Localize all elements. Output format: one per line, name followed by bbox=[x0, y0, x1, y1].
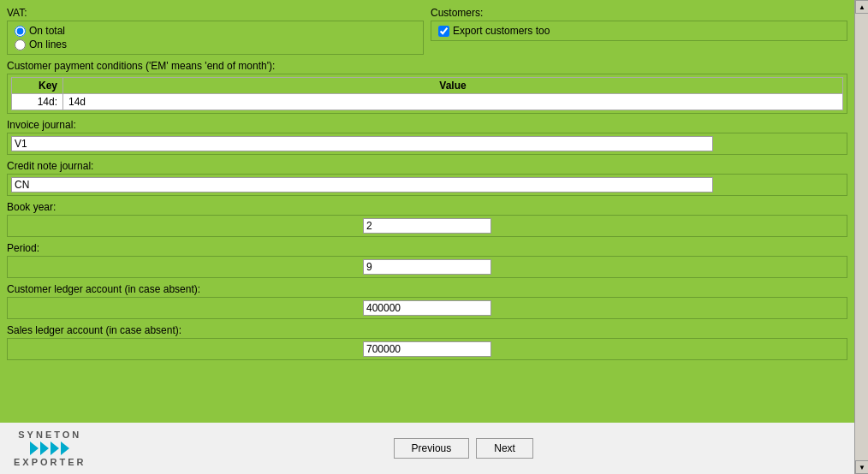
footer: SYNETON EXPORTER Previous Next bbox=[0, 423, 854, 474]
vat-label: VAT: bbox=[7, 7, 424, 19]
payment-value-cell: 14d bbox=[63, 94, 843, 110]
book-year-centered bbox=[11, 218, 843, 234]
period-section: Period: bbox=[7, 242, 847, 278]
payment-key-header: Key bbox=[12, 78, 63, 94]
customer-ledger-centered bbox=[11, 300, 843, 316]
invoice-journal-label: Invoice journal: bbox=[7, 119, 847, 131]
book-year-row bbox=[7, 215, 847, 237]
top-section: VAT: On total On lines bbox=[7, 7, 847, 55]
vat-on-lines-radio[interactable] bbox=[15, 39, 26, 50]
period-input[interactable] bbox=[363, 259, 491, 275]
logo-area: SYNETON EXPORTER bbox=[14, 430, 86, 467]
credit-note-input[interactable] bbox=[11, 177, 713, 193]
export-customers-item[interactable]: Export customers too bbox=[438, 25, 550, 37]
logo-bottom-text: EXPORTER bbox=[14, 457, 86, 467]
payment-key-cell: 14d: bbox=[12, 94, 63, 110]
main-container: VAT: On total On lines bbox=[0, 0, 868, 474]
vat-panel: On total On lines bbox=[7, 21, 424, 55]
customer-ledger-row bbox=[7, 297, 847, 319]
customer-ledger-input[interactable] bbox=[363, 300, 491, 316]
vat-radio-group: On total On lines bbox=[15, 25, 416, 50]
logo-top-text: SYNETON bbox=[18, 430, 81, 440]
payment-value-header: Value bbox=[63, 78, 843, 94]
vat-box: VAT: On total On lines bbox=[7, 7, 424, 55]
customer-ledger-label: Customer ledger account (in case absent)… bbox=[7, 283, 847, 295]
vat-on-total-item[interactable]: On total bbox=[15, 25, 416, 37]
export-customers-checkbox[interactable] bbox=[438, 26, 449, 37]
sales-ledger-row bbox=[7, 338, 847, 360]
payment-table: Key Value 14d: 14d bbox=[11, 77, 843, 110]
scrollbar-down-button[interactable]: ▼ bbox=[855, 460, 868, 474]
scrollbar-up-button[interactable]: ▲ bbox=[855, 0, 868, 14]
book-year-label: Book year: bbox=[7, 201, 847, 213]
credit-note-row bbox=[7, 174, 847, 196]
period-label: Period: bbox=[7, 242, 847, 254]
next-button[interactable]: Next bbox=[476, 438, 533, 459]
sales-ledger-input[interactable] bbox=[363, 341, 491, 357]
vat-on-total-radio[interactable] bbox=[15, 26, 26, 37]
invoice-journal-input[interactable] bbox=[11, 136, 713, 151]
vat-on-total-label: On total bbox=[29, 25, 65, 37]
previous-button[interactable]: Previous bbox=[394, 438, 470, 459]
sales-ledger-centered bbox=[11, 341, 843, 357]
book-year-input[interactable] bbox=[363, 218, 491, 234]
content-area: VAT: On total On lines bbox=[0, 0, 854, 474]
credit-note-section: Credit note journal: bbox=[7, 160, 847, 196]
invoice-journal-row bbox=[7, 133, 847, 155]
customers-label: Customers: bbox=[431, 7, 847, 19]
payment-conditions-row: Key Value 14d: 14d bbox=[7, 74, 847, 114]
arrow-3 bbox=[51, 441, 59, 455]
export-customers-label: Export customers too bbox=[453, 25, 550, 37]
credit-note-label: Credit note journal: bbox=[7, 160, 847, 172]
customers-panel: Export customers too bbox=[431, 21, 847, 41]
logo-arrows bbox=[30, 441, 69, 455]
vat-on-lines-item[interactable]: On lines bbox=[15, 39, 416, 50]
period-row bbox=[7, 256, 847, 278]
payment-conditions-label: Customer payment conditions ('EM' means … bbox=[7, 60, 847, 72]
arrow-4 bbox=[61, 441, 69, 455]
period-centered bbox=[11, 259, 843, 275]
customer-ledger-section: Customer ledger account (in case absent)… bbox=[7, 283, 847, 319]
sales-ledger-section: Sales ledger account (in case absent): bbox=[7, 324, 847, 360]
arrow-1 bbox=[30, 441, 39, 455]
vat-on-lines-label: On lines bbox=[29, 39, 67, 50]
scrollbar[interactable]: ▲ ▼ bbox=[854, 0, 868, 474]
arrow-2 bbox=[40, 441, 49, 455]
customers-box: Customers: Export customers too bbox=[431, 7, 847, 55]
payment-conditions-section: Customer payment conditions ('EM' means … bbox=[7, 60, 847, 114]
sales-ledger-label: Sales ledger account (in case absent): bbox=[7, 324, 847, 336]
nav-buttons: Previous Next bbox=[86, 438, 841, 459]
book-year-section: Book year: bbox=[7, 201, 847, 237]
invoice-journal-section: Invoice journal: bbox=[7, 119, 847, 155]
table-row: 14d: 14d bbox=[12, 94, 843, 110]
